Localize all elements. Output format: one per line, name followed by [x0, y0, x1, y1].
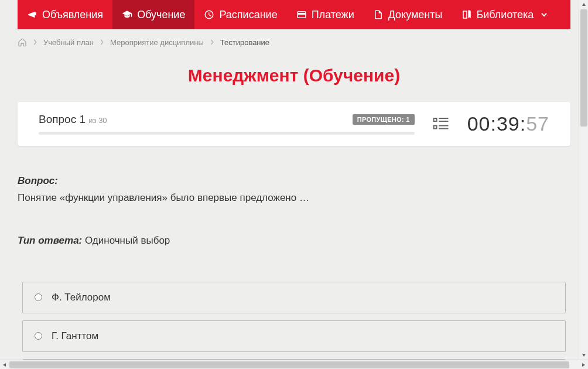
- scroll-left-arrow-icon[interactable]: [0, 360, 9, 369]
- answer-type: Тип ответа: Одиночный выбор: [18, 235, 570, 247]
- option-item[interactable]: Г. Ганттом: [22, 320, 566, 352]
- clock-icon: [204, 9, 214, 20]
- book-icon: [461, 9, 472, 20]
- svg-marker-7: [582, 354, 586, 357]
- nav-label: Расписание: [219, 9, 277, 21]
- nav-item-learning[interactable]: Обучение: [112, 0, 194, 29]
- breadcrumb: Учебный план Мероприятие дисциплины Тест…: [18, 29, 570, 55]
- breadcrumb-link-plan[interactable]: Учебный план: [43, 38, 94, 47]
- nav-item-schedule[interactable]: Расписание: [194, 0, 286, 29]
- megaphone-icon: [27, 9, 37, 20]
- document-icon: [373, 9, 384, 20]
- question-number: Вопрос 1 из 30: [39, 113, 107, 126]
- breadcrumb-link-event[interactable]: Мероприятие дисциплины: [110, 38, 204, 47]
- chevron-right-icon: [33, 38, 37, 47]
- timer: 00:39:57: [467, 112, 549, 135]
- breadcrumb-current: Тестирование: [220, 38, 269, 47]
- nav-label: Библиотека: [477, 9, 534, 21]
- nav-label: Платежи: [312, 9, 354, 21]
- svg-marker-8: [3, 363, 6, 367]
- home-icon[interactable]: [18, 37, 27, 47]
- status-bar: Вопрос 1 из 30 ПРОПУЩЕНО: 1 0: [18, 102, 570, 146]
- svg-marker-6: [582, 3, 586, 6]
- chevron-right-icon: [210, 38, 214, 47]
- nav-label: Объявления: [42, 9, 103, 21]
- scroll-right-arrow-icon[interactable]: [579, 360, 588, 369]
- svg-marker-9: [582, 363, 585, 367]
- question-list-icon[interactable]: [432, 115, 450, 133]
- svg-rect-3: [433, 125, 436, 128]
- horizontal-scrollbar[interactable]: [0, 360, 588, 369]
- nav-label: Обучение: [137, 9, 185, 21]
- options-list: Ф. Тейлором Г. Ганттом А. Файолем: [18, 282, 570, 360]
- chevron-right-icon: [100, 38, 104, 47]
- scrollbar-thumb[interactable]: [9, 361, 569, 368]
- option-label: Ф. Тейлором: [52, 292, 111, 303]
- vertical-scrollbar[interactable]: [579, 0, 588, 360]
- option-radio[interactable]: [35, 332, 42, 340]
- nav-item-documents[interactable]: Документы: [364, 0, 452, 29]
- main-nav: Объявления Обучение Расписание Платежи: [18, 0, 570, 29]
- page-title: Менеджмент (Обучение): [18, 55, 570, 102]
- card-icon: [296, 9, 307, 20]
- chevron-down-icon: [541, 11, 548, 18]
- svg-rect-0: [433, 118, 436, 121]
- question-text: Понятие «функции управления» было впервы…: [18, 190, 570, 206]
- nav-label: Документы: [388, 9, 443, 21]
- option-label: Г. Ганттом: [52, 330, 98, 342]
- nav-item-library[interactable]: Библиотека: [452, 0, 558, 29]
- scroll-up-arrow-icon[interactable]: [579, 0, 588, 9]
- scrollbar-thumb[interactable]: [580, 9, 587, 127]
- skipped-badge: ПРОПУЩЕНО: 1: [353, 114, 415, 125]
- nav-item-announcements[interactable]: Объявления: [18, 0, 112, 29]
- nav-item-payments[interactable]: Платежи: [287, 0, 364, 29]
- option-radio[interactable]: [35, 293, 42, 301]
- progress-bar: [39, 132, 415, 135]
- graduation-icon: [122, 9, 132, 20]
- question-heading: Вопрос:: [18, 175, 570, 187]
- option-item[interactable]: Ф. Тейлором: [22, 282, 566, 313]
- scroll-down-arrow-icon[interactable]: [579, 350, 588, 360]
